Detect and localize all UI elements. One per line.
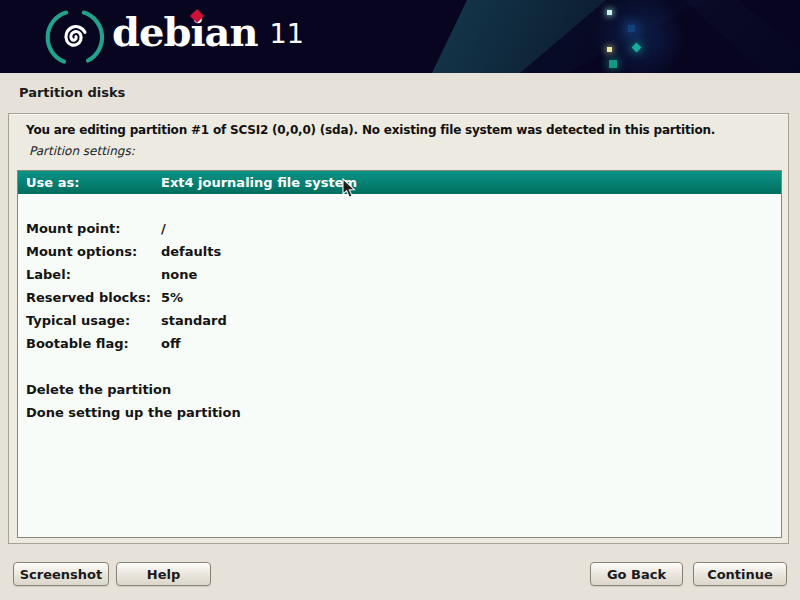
partition-settings-list: Use as:Ext4 journaling file systemMount … [17, 170, 782, 538]
setting-label: Bootable flag: [26, 336, 161, 351]
list-row[interactable]: Reserved blocks:5% [18, 286, 781, 309]
sparkle-icon [607, 10, 612, 15]
setting-label: Reserved blocks: [26, 290, 161, 305]
setting-label: Use as: [26, 175, 161, 190]
list-row[interactable]: Label:none [18, 263, 781, 286]
sparkle-icon [607, 47, 612, 52]
sparkle-icon [628, 25, 635, 32]
setting-label: Done setting up the partition [26, 405, 161, 420]
header-decoration-glow [583, 0, 698, 73]
wordmark-post: an [205, 8, 258, 55]
list-row[interactable]: Done setting up the partition [18, 401, 781, 424]
list-row[interactable]: Bootable flag:off [18, 332, 781, 355]
main-panel: You are editing partition #1 of SCSI2 (0… [8, 113, 789, 544]
setting-value: off [161, 336, 180, 351]
list-row-blank [18, 194, 781, 217]
setting-label: Mount point: [26, 221, 161, 236]
screenshot-button[interactable]: Screenshot [13, 562, 109, 586]
setting-value: 5% [161, 290, 183, 305]
setting-label: Mount options: [26, 244, 161, 259]
list-row[interactable]: Mount point:/ [18, 217, 781, 240]
list-row[interactable]: Delete the partition [18, 378, 781, 401]
debian-wordmark: debian11 [112, 9, 304, 60]
setting-label: Delete the partition [26, 382, 161, 397]
wordmark-pre: deb [112, 8, 190, 55]
go-back-button[interactable]: Go Back [590, 562, 683, 586]
page-title: Partition disks [19, 85, 125, 100]
debian-swirl-icon [45, 6, 105, 68]
setting-value: defaults [161, 244, 221, 259]
partition-settings-label: Partition settings: [29, 144, 135, 158]
setting-value: none [161, 267, 197, 282]
list-row-blank [18, 355, 781, 378]
list-row[interactable]: Mount options:defaults [18, 240, 781, 263]
partition-message: You are editing partition #1 of SCSI2 (0… [26, 123, 715, 137]
mouse-cursor-icon [342, 178, 358, 200]
sparkle-icon [609, 60, 617, 68]
version-number: 11 [270, 18, 304, 49]
list-row[interactable]: Use as:Ext4 journaling file system [18, 171, 781, 194]
setting-value: Ext4 journaling file system [161, 175, 357, 190]
continue-button[interactable]: Continue [693, 562, 787, 586]
setting-value: / [161, 221, 166, 236]
help-button[interactable]: Help [116, 562, 211, 586]
header: debian11 [0, 0, 800, 73]
list-row[interactable]: Typical usage:standard [18, 309, 781, 332]
setting-label: Typical usage: [26, 313, 161, 328]
setting-label: Label: [26, 267, 161, 282]
setting-value: standard [161, 313, 227, 328]
